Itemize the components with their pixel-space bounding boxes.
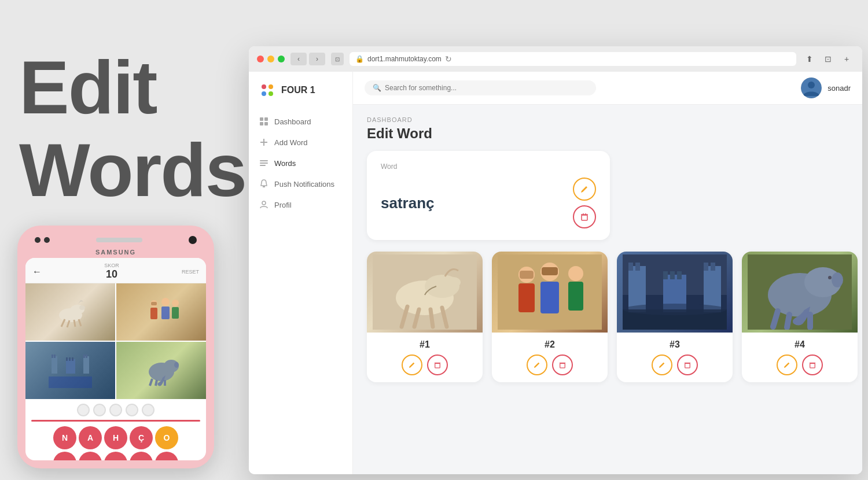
topbar-right: sonadr: [801, 77, 851, 98]
letter-button-T[interactable]: T: [130, 452, 153, 460]
search-input[interactable]: [385, 84, 472, 92]
svg-rect-15: [52, 355, 53, 358]
edit-icon: [580, 185, 589, 193]
letter-button-H[interactable]: H: [104, 426, 127, 449]
image-card-3-actions: [624, 355, 726, 375]
phone-reset-button[interactable]: RESET: [182, 269, 199, 275]
share-button[interactable]: ⬆: [802, 53, 817, 65]
svg-rect-41: [260, 160, 268, 161]
people-image: [139, 295, 183, 330]
image-card-4-actions: [749, 355, 851, 375]
svg-rect-10: [161, 307, 170, 319]
phone-top-bar: [25, 234, 206, 249]
search-icon: 🔍: [373, 84, 381, 92]
url-bar[interactable]: 🔒 dort1.mahmutoktay.com ↻: [350, 52, 796, 66]
svg-rect-72: [628, 263, 633, 271]
minimize-window-button[interactable]: [267, 56, 274, 62]
svg-rect-80: [711, 263, 715, 271]
close-window-button[interactable]: [257, 56, 264, 62]
image-card-4-delete-button[interactable]: [802, 355, 823, 375]
image-card-3-edit-button[interactable]: [652, 355, 672, 375]
sidebar-item-profil[interactable]: Profil: [249, 194, 352, 215]
word-card-body: satranç: [381, 178, 596, 228]
back-button[interactable]: ‹: [290, 53, 307, 65]
svg-point-6: [79, 305, 85, 310]
main-topbar: 🔍 sonadr: [353, 72, 862, 105]
horse-image: [49, 295, 92, 330]
letter-button-O[interactable]: O: [155, 426, 178, 449]
image-card-1: #1: [367, 252, 483, 382]
image-card-1-actions: [374, 355, 476, 375]
svg-rect-24: [49, 376, 92, 388]
image-card-3-delete-button[interactable]: [677, 355, 698, 375]
elephant-image: [139, 353, 183, 388]
browser-title-bar: ‹ › ⊡ 🔒 dort1.mahmutoktay.com ↻ ⬆ ⊡ +: [249, 46, 862, 72]
word-actions: [573, 178, 596, 228]
answer-dot: [77, 404, 90, 416]
back-arrow-icon[interactable]: ←: [32, 267, 42, 277]
tab-duplicate-button[interactable]: ⊡: [821, 53, 836, 65]
svg-rect-60: [518, 283, 535, 312]
answer-dot: [93, 404, 106, 416]
image-card-2-edit-button[interactable]: [527, 355, 547, 375]
profil-icon: [259, 200, 269, 209]
sidebar-item-pushnotifications[interactable]: Push Notifications: [249, 173, 352, 194]
image-card-2-delete-button[interactable]: [552, 355, 573, 375]
letter-button-R[interactable]: R: [104, 452, 127, 460]
word-card-label: Word: [381, 163, 596, 171]
letter-button-A[interactable]: A: [79, 426, 102, 449]
new-tab-button[interactable]: +: [839, 53, 854, 65]
letter-button-N[interactable]: N: [53, 426, 76, 449]
svg-rect-16: [54, 355, 56, 358]
image-card-1-delete-button[interactable]: [427, 355, 448, 375]
sidebar-item-label-pushnotif: Push Notifications: [274, 180, 334, 189]
edit-icon: [659, 361, 665, 368]
svg-point-55: [447, 277, 461, 287]
svg-rect-93: [810, 363, 815, 368]
fullscreen-button[interactable]: ⊡: [331, 53, 344, 65]
svg-rect-13: [151, 302, 157, 305]
elephant-large-image: [748, 254, 852, 330]
sidebar-item-dashboard[interactable]: Dashboard: [249, 111, 352, 132]
letter-button-S[interactable]: S: [53, 452, 76, 460]
svg-rect-64: [568, 282, 583, 311]
delete-icon: [809, 361, 816, 368]
page-title: Edit Word: [367, 125, 848, 142]
addword-icon: [259, 138, 269, 147]
edit-icon: [534, 361, 540, 368]
word-edit-button[interactable]: [573, 178, 596, 201]
search-bar[interactable]: 🔍: [365, 80, 596, 95]
svg-line-4: [74, 320, 75, 327]
svg-point-88: [832, 272, 843, 287]
phone-score-value: 10: [104, 268, 119, 280]
image-card-2-footer: #2: [492, 333, 608, 382]
phone-score-area: SKOR 10: [104, 263, 119, 280]
sidebar-item-addword[interactable]: Add Word: [249, 132, 352, 153]
answer-dot: [109, 404, 122, 416]
phone-screen: ← SKOR 10 RESET: [25, 258, 206, 460]
image-card-1-edit-button[interactable]: [402, 355, 422, 375]
letter-button-Z[interactable]: Z: [155, 452, 178, 460]
image-card-4-edit-button[interactable]: [777, 355, 797, 375]
forward-button[interactable]: ›: [309, 53, 325, 65]
svg-rect-76: [670, 271, 675, 279]
svg-point-63: [568, 266, 583, 281]
svg-rect-48: [582, 215, 587, 220]
letter-button-A2[interactable]: A: [79, 452, 102, 460]
sidebar: FOUR 1 Dashboard Add Word Words: [249, 72, 353, 474]
sidebar-item-words[interactable]: Words: [249, 153, 352, 173]
svg-rect-56: [435, 363, 440, 368]
answer-dot: [142, 404, 155, 416]
word-delete-button[interactable]: [573, 205, 596, 228]
sidebar-item-label-dashboard: Dashboard: [274, 117, 311, 126]
phone-grid-people: [116, 283, 206, 341]
svg-rect-22: [83, 355, 85, 358]
word-text: satranç: [381, 194, 435, 212]
svg-point-27: [174, 362, 179, 368]
reload-button[interactable]: ↻: [445, 54, 454, 64]
maximize-window-button[interactable]: [278, 56, 285, 62]
letter-button-C[interactable]: Ç: [130, 426, 153, 449]
svg-rect-21: [83, 356, 89, 374]
phone-camera-dot: [35, 237, 41, 243]
svg-rect-36: [264, 117, 268, 121]
